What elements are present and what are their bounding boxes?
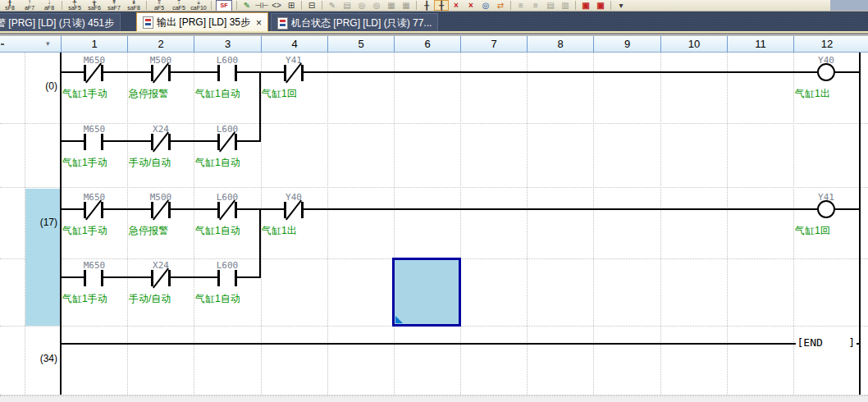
toolbar-key-af7-button[interactable]: ↑aF7 [20,0,39,11]
device-comment: 气缸1自动 [195,226,261,236]
device-comment: 气缸1自动 [195,89,261,99]
column-header-2[interactable]: 2 [127,36,194,52]
edit-anchor-icon [395,316,403,323]
toolbar-key-saf6-button[interactable]: ╁saF6 [85,0,104,11]
contact-X24[interactable] [146,134,176,150]
header-corner-cell[interactable]: ▾ [0,36,61,52]
contact-Y40[interactable] [279,202,308,218]
toolbar-separator [146,1,147,10]
toolbar-separator [236,1,237,10]
find-coil-button[interactable]: ◎ [369,0,384,11]
toolbar-key-af8-button[interactable]: ↓aF8 [39,0,59,11]
device-comment: 气缸1自动 [195,294,261,304]
find-device-button[interactable]: ◎ [478,0,493,11]
statement-display-button[interactable]: ▥ [558,0,573,11]
column-header-8[interactable]: 8 [527,36,593,52]
statement-icon: ▤ [343,0,350,11]
column-header-11[interactable]: 11 [727,36,793,52]
read-protect-button[interactable]: ▣ [578,0,593,11]
tab-output-program[interactable]: 输出 [PRG] [LD] 35步 × [136,12,268,32]
contact-L600[interactable] [212,270,242,286]
contact-Y41[interactable] [279,65,308,81]
toolbar-key-af5-button[interactable]: ⇑aF5 [149,0,169,11]
device-comment: 急停报警 [129,89,194,99]
coil-Y41[interactable] [817,200,835,218]
column-header-12[interactable]: 12 [793,36,860,52]
end-instruction[interactable]: [END ] [779,336,857,349]
delete-vertical-line-button[interactable]: × [449,0,464,11]
contact-X24[interactable] [146,270,176,286]
toolbar-key-sf8-button[interactable]: ╂sF8 [0,0,20,11]
contact-M500[interactable] [146,202,176,218]
toolbar-separator [301,1,302,10]
contact-L600[interactable] [212,134,242,150]
delete-row-button[interactable]: ⊟ [304,0,319,11]
wire [61,208,860,210]
device-test-button[interactable]: ▦ [384,0,399,11]
wire [61,71,860,73]
column-header-6[interactable]: 6 [394,36,460,52]
column-header-3[interactable]: 3 [194,36,261,52]
edit-disabled-button[interactable]: ✎ [325,0,340,11]
close-icon[interactable]: × [256,18,262,28]
header-filter-dropdown-icon[interactable]: ▾ [46,39,50,48]
toolbar-key-saf8-button[interactable]: ↡saF8 [124,0,144,11]
contact-M650[interactable] [79,270,108,286]
toolbar-overflow-button[interactable]: ▾ [614,0,628,11]
device-test-2-button[interactable]: ▦ [399,0,413,11]
magnifier-icon: ◎ [373,0,381,11]
device-comment: 气缸1手动 [62,158,128,168]
column-header-4[interactable]: 4 [261,36,327,52]
comment-display-icon: ▤ [546,0,554,11]
contact-M500[interactable] [146,65,176,81]
contact-M650[interactable] [79,65,108,81]
contact-M650[interactable] [79,202,108,218]
selected-rung-gutter-highlight [25,189,60,326]
red-x-icon: × [454,0,459,11]
column-header-1[interactable]: 1 [61,36,127,52]
draw-vertical-line-button[interactable]: ╂ [419,0,434,11]
chevron-down-icon: ▾ [619,0,623,11]
toolbar-key-saf7-button[interactable]: ↟saF7 [104,0,124,11]
contact-L600[interactable] [212,202,242,218]
ladder-edit-button[interactable]: ✎ [240,0,254,11]
statement-edit-button[interactable]: ▤ [340,0,354,11]
column-header-7[interactable]: 7 [460,36,527,52]
rung-step-number: (34) [23,353,57,364]
insert-close-branch-button[interactable]: <> [269,0,284,11]
vertical-line-icon: ╂ [424,0,429,11]
insert-row-icon: ⊞ [288,0,295,11]
comment-display-button[interactable]: ▤ [543,0,558,11]
key-label: saF6 [88,5,101,11]
key-label: caF5 [172,5,185,11]
contact-M650[interactable] [79,134,108,150]
toolbar-key-caf10-button[interactable]: ⇣caF10 [189,0,208,11]
column-header-5[interactable]: 5 [327,36,394,52]
key-label: aF7 [25,5,34,11]
align-left-button[interactable]: ≡ [514,0,528,11]
ladder-edit-area[interactable]: (0) (17) (34) M650 M500 L600 Y41 Y40 气缸1… [0,53,868,395]
draw-vertical-line-alt-button[interactable]: ╂ [434,0,449,11]
find-contact-button[interactable]: ◎ [354,0,369,11]
column-header-10[interactable]: 10 [660,36,727,52]
toolbar-key-caf5-button[interactable]: ⇡caF5 [169,0,189,11]
align-icon: ≡ [519,0,523,11]
selection-cursor-cell[interactable] [392,258,461,327]
inline-st-box-button[interactable]: SF [216,0,232,11]
tab-label: 报警 [PRG] [LD] (只读) 451步 [0,16,114,30]
ladder-column-header: ▾ 1 2 3 4 5 6 7 8 9 10 11 12 [0,36,868,53]
tab-machine-status-program[interactable]: 机台状态 [PRG] [LD] (只读) 77... [271,13,438,32]
write-protect-button[interactable]: ▣ [593,0,608,11]
column-header-9[interactable]: 9 [593,36,660,52]
coil-Y40[interactable] [817,63,835,81]
contact-L600[interactable] [212,65,242,81]
tab-alarm-program[interactable]: 报警 [PRG] [LD] (只读) 451步 [0,13,121,32]
sf-icon: SF [221,2,228,8]
align-right-button[interactable]: ≡ [528,0,543,11]
insert-open-branch-button[interactable]: ⊣⊢ [254,0,269,11]
insert-row-button[interactable]: ⊞ [284,0,299,11]
delete-horizontal-line-button[interactable]: × [464,0,478,11]
replace-device-button[interactable]: ⇄ [493,0,508,11]
toolbar-key-saf5-button[interactable]: ╀saF5 [65,0,85,11]
key-label: aF8 [44,5,54,11]
